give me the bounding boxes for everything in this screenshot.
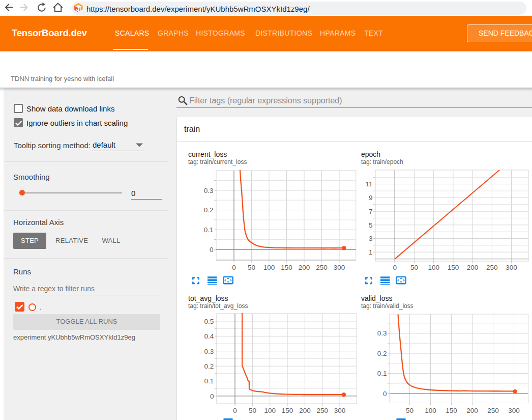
svg-text:150: 150	[448, 264, 459, 271]
svg-text:100: 100	[264, 407, 276, 414]
svg-text:50: 50	[410, 264, 418, 271]
svg-text:1: 1	[369, 248, 373, 256]
svg-text:250: 250	[487, 407, 499, 414]
svg-text:50: 50	[249, 407, 256, 414]
svg-text:50: 50	[406, 407, 413, 414]
svg-text:100: 100	[425, 407, 436, 414]
svg-text:0.1: 0.1	[377, 370, 387, 377]
svg-text:11: 11	[365, 180, 372, 188]
svg-text:200: 200	[299, 264, 310, 271]
svg-text:50: 50	[248, 264, 255, 271]
svg-text:200: 200	[299, 407, 311, 414]
svg-text:150: 150	[446, 407, 457, 414]
svg-text:0: 0	[383, 390, 387, 398]
svg-text:100: 100	[428, 264, 439, 271]
svg-text:0.1: 0.1	[204, 226, 214, 234]
svg-text:7: 7	[369, 208, 373, 215]
svg-text:0: 0	[233, 407, 237, 414]
svg-text:0.2: 0.2	[204, 362, 214, 370]
svg-text:300: 300	[334, 407, 346, 414]
svg-text:0: 0	[210, 246, 214, 254]
svg-text:300: 300	[506, 264, 517, 271]
svg-text:300: 300	[334, 264, 345, 271]
svg-text:0.2: 0.2	[204, 206, 214, 214]
svg-text:150: 150	[281, 264, 292, 271]
svg-text:300: 300	[508, 407, 520, 414]
svg-text:0.1: 0.1	[204, 377, 214, 385]
svg-text:250: 250	[316, 264, 328, 271]
svg-text:9: 9	[369, 194, 373, 202]
svg-text:3: 3	[369, 235, 373, 242]
svg-text:0.5: 0.5	[204, 318, 214, 325]
svg-text:0.2: 0.2	[377, 350, 387, 357]
svg-text:0: 0	[232, 264, 236, 271]
svg-text:250: 250	[317, 407, 329, 414]
svg-text:0.3: 0.3	[204, 187, 214, 194]
svg-text:100: 100	[263, 264, 275, 271]
svg-text:0: 0	[210, 393, 214, 400]
svg-text:0.3: 0.3	[204, 348, 214, 355]
svg-text:200: 200	[467, 264, 479, 271]
svg-text:0: 0	[393, 264, 397, 271]
svg-text:5: 5	[369, 221, 373, 229]
svg-text:200: 200	[466, 407, 478, 414]
svg-text:150: 150	[282, 407, 293, 414]
svg-text:250: 250	[486, 264, 498, 271]
svg-text:0.4: 0.4	[204, 332, 214, 340]
svg-text:0.3: 0.3	[377, 329, 387, 337]
